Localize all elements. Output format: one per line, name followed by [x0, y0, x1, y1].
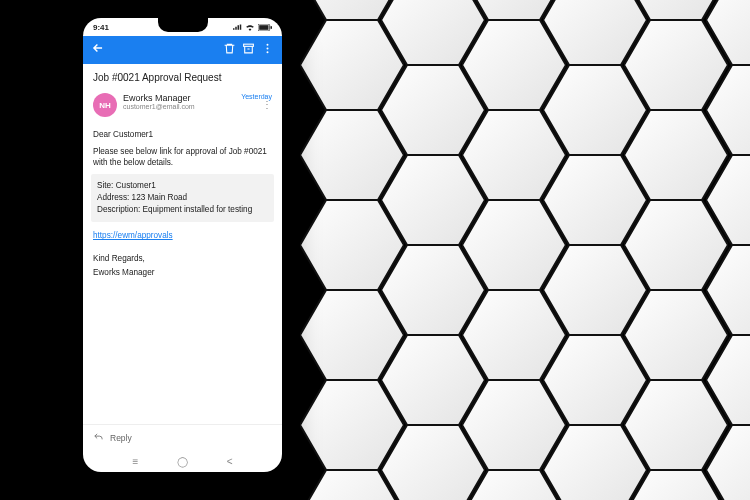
reply-icon	[93, 432, 104, 443]
status-time: 9:41	[93, 23, 109, 32]
nav-back-icon[interactable]: <	[227, 456, 233, 467]
hexagon-background	[300, 0, 750, 500]
avatar: NH	[93, 93, 117, 117]
signal-icon	[233, 24, 242, 31]
greeting: Dear Customer1	[93, 129, 272, 140]
svg-point-69	[267, 48, 269, 50]
phone-screen: 9:41 Job #0021 Approval Request	[83, 18, 282, 472]
reply-label: Reply	[110, 433, 132, 443]
signoff-regards: Kind Regards,	[93, 253, 272, 264]
details-box: Site: Customer1 Address: 123 Main Road D…	[91, 174, 274, 222]
svg-marker-48	[300, 470, 404, 500]
site-value: Customer1	[116, 181, 156, 190]
phone-frame: 9:41 Job #0021 Approval Request	[75, 10, 290, 480]
app-bar	[83, 36, 282, 64]
desc-label: Description:	[97, 205, 140, 214]
sender-name: Eworks Manager	[123, 93, 235, 103]
email-body: Dear Customer1 Please see below link for…	[83, 123, 282, 424]
svg-point-68	[267, 44, 269, 46]
svg-marker-50	[462, 470, 566, 500]
svg-point-70	[267, 51, 269, 53]
svg-rect-65	[259, 25, 268, 30]
message-more-icon[interactable]: ⋮	[241, 100, 272, 110]
more-icon[interactable]	[261, 41, 274, 59]
svg-marker-52	[625, 470, 729, 500]
wifi-icon	[245, 24, 255, 31]
phone-notch	[158, 18, 208, 32]
nav-recent-icon[interactable]: ≡	[132, 456, 138, 467]
archive-icon[interactable]	[242, 41, 255, 59]
delete-icon[interactable]	[223, 41, 236, 59]
desc-value: Equipment installed for testing	[143, 205, 253, 214]
signoff-name: Eworks Manager	[93, 267, 272, 278]
battery-icon	[258, 24, 272, 31]
sender-email: customer1@email.com	[123, 103, 235, 110]
nav-home-icon[interactable]: ◯	[177, 456, 188, 467]
svg-rect-67	[244, 44, 254, 46]
address-value: 123 Main Road	[132, 193, 188, 202]
address-label: Address:	[97, 193, 129, 202]
email-subject: Job #0021 Approval Request	[83, 64, 282, 87]
sender-row: NH Eworks Manager customer1@email.com Ye…	[83, 87, 282, 123]
intro-text: Please see below link for approval of Jo…	[93, 146, 272, 168]
android-nav-bar: ≡ ◯ <	[83, 450, 282, 472]
site-label: Site:	[97, 181, 113, 190]
reply-row[interactable]: Reply	[83, 424, 282, 450]
approval-link[interactable]: https://ewm/approvals	[93, 230, 173, 241]
back-icon[interactable]	[91, 41, 105, 59]
status-icons	[233, 24, 272, 31]
svg-rect-66	[270, 25, 272, 28]
